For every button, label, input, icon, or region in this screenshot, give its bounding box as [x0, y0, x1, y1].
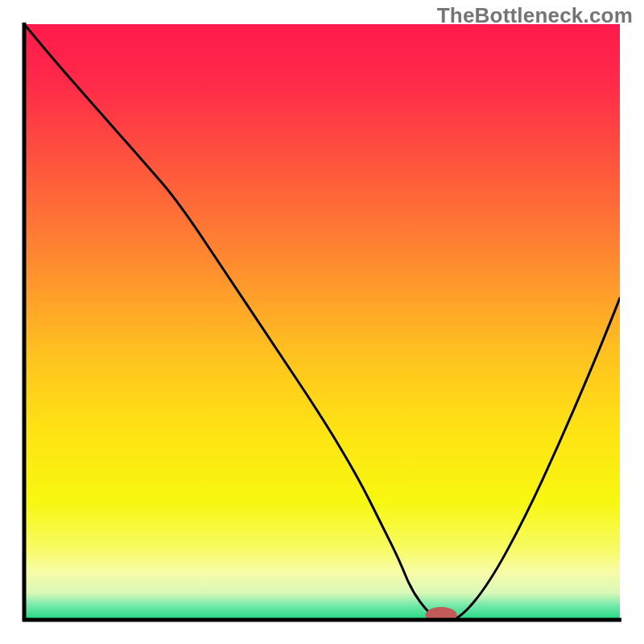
chart-svg: [0, 0, 644, 644]
watermark-label: TheBottleneck.com: [437, 3, 633, 28]
plot-background: [24, 24, 620, 620]
bottleneck-chart: TheBottleneck.com: [0, 0, 644, 644]
